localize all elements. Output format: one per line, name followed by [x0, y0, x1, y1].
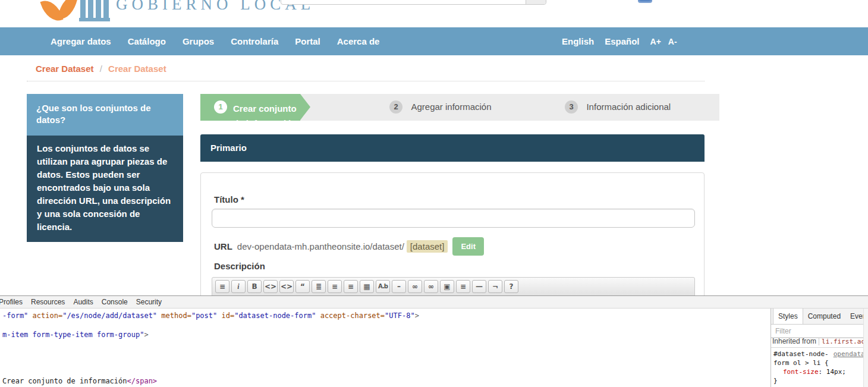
- horizontal-rule-icon[interactable]: —: [472, 280, 486, 293]
- main-navbar: Agregar datos Catálogo Grupos Controlarí…: [0, 27, 868, 55]
- facebook-icon[interactable]: [638, 0, 652, 3]
- css-rule-block: #dataset-node-opendata_m form ol > li { …: [771, 348, 868, 387]
- css-rule-selector: #dataset-node-: [773, 350, 829, 358]
- css-property-value[interactable]: : 14px;: [819, 368, 846, 376]
- font-decrease-button[interactable]: A-: [668, 37, 677, 46]
- step-1-number: 1: [214, 100, 227, 114]
- styles-filter-input[interactable]: Filter: [771, 325, 868, 338]
- search-input[interactable]: [281, 0, 546, 5]
- nav-item-agregar-datos[interactable]: Agregar datos: [51, 36, 111, 46]
- css-rule-close: }: [773, 376, 868, 385]
- ordered-list-icon[interactable]: ≣: [312, 280, 326, 293]
- inherited-selector[interactable]: li.first.ac: [819, 338, 865, 345]
- nav-item-portal[interactable]: Portal: [295, 36, 320, 46]
- blockquote-icon[interactable]: “: [295, 280, 310, 293]
- image-icon[interactable]: ▣: [440, 280, 454, 293]
- step-1-label: Crear conjunto de información: [233, 101, 300, 121]
- step-2-label: Agregar información: [411, 100, 491, 114]
- breadcrumb-separator: /: [100, 64, 102, 74]
- step-2-number: 2: [389, 100, 402, 114]
- descripcion-label: Descripción: [214, 261, 265, 271]
- devtools-tab-security[interactable]: Security: [132, 298, 166, 306]
- nav-item-grupos[interactable]: Grupos: [183, 36, 214, 46]
- wizard-steps: 1 Crear conjunto de información 2 Agrega…: [200, 94, 719, 121]
- titulo-input[interactable]: [212, 209, 695, 228]
- lang-english-link[interactable]: English: [562, 36, 594, 46]
- devtools-panel: Profiles Resources Audits Console Securi…: [0, 295, 868, 387]
- code-block-icon[interactable]: <>: [279, 280, 294, 293]
- inherited-from-row: Inherited fromli.first.ac: [771, 338, 868, 348]
- code-line: m-item form-type-item form-group">: [2, 331, 149, 339]
- step-arrow-icon: [300, 94, 310, 120]
- header-search: [281, 0, 546, 5]
- section-header-primario: Primario: [200, 134, 705, 162]
- nav-items: Agregar datos Catálogo Grupos Controlarí…: [51, 27, 396, 55]
- url-label: URL: [214, 241, 232, 251]
- italic-icon[interactable]: i: [231, 280, 246, 293]
- url-row: URL dev-opendata-mh.pantheonsite.io/data…: [214, 236, 484, 256]
- nav-item-controlaria[interactable]: Controlaría: [231, 36, 278, 46]
- css-rule-selector-2: form ol > li {: [773, 358, 868, 367]
- tab-styles[interactable]: Styles: [773, 309, 803, 324]
- url-edit-button[interactable]: Edit: [452, 237, 484, 256]
- align-center-icon[interactable]: ≡: [344, 280, 358, 293]
- nav-item-acerca-de[interactable]: Acerca de: [337, 36, 380, 46]
- devtools-tab-resources[interactable]: Resources: [27, 298, 69, 306]
- table-icon[interactable]: ▦: [360, 280, 374, 293]
- titulo-label: Título *: [214, 194, 244, 204]
- anchor-link-icon[interactable]: ∞: [424, 280, 438, 293]
- page-break-icon[interactable]: ¬: [488, 280, 502, 293]
- align-right-icon[interactable]: ≡: [456, 280, 470, 293]
- devtools-tab-audits[interactable]: Audits: [69, 298, 97, 306]
- search-button[interactable]: [526, 0, 546, 4]
- align-left-icon[interactable]: ≡: [215, 280, 229, 293]
- breadcrumb-current: Crear Dataset: [108, 64, 166, 74]
- logo-building-icon: [79, 0, 110, 21]
- code-icon[interactable]: <>: [263, 280, 278, 293]
- unordered-list-icon[interactable]: ≡: [328, 280, 342, 293]
- css-property-name[interactable]: font-size: [783, 368, 819, 376]
- devtools-elements-code[interactable]: -form" action="/es/node/add/dataset" met…: [0, 309, 770, 387]
- styles-sidebar-tabs: Styles Computed Event Listeners: [771, 309, 868, 325]
- help-sidebar: ¿Que son los conjuntos de datos? Los con…: [27, 94, 183, 242]
- lang-espanol-link[interactable]: Español: [605, 36, 639, 46]
- url-base-text: dev-opendata-mh.pantheonsite.io/dataset/: [237, 241, 404, 251]
- font-increase-button[interactable]: A+: [650, 37, 661, 46]
- nav-language-controls: English Español A+ A-: [562, 27, 684, 55]
- heading-icon[interactable]: –: [392, 280, 406, 293]
- page: GOBIERNO LOCAL Agregar datos Catálogo Gr…: [0, 0, 868, 387]
- external-link-icon[interactable]: ∞: [408, 280, 422, 293]
- devtools-tab-profiles[interactable]: Profiles: [0, 298, 27, 306]
- breadcrumb-link[interactable]: Crear Dataset: [36, 64, 94, 74]
- help-icon[interactable]: ?: [504, 280, 518, 293]
- site-logo[interactable]: GOBIERNO LOCAL: [33, 0, 247, 26]
- wizard-step-1-active[interactable]: 1 Crear conjunto de información: [200, 94, 300, 121]
- devtools-tabbar: Profiles Resources Audits Console Securi…: [0, 296, 868, 309]
- code-line: Crear conjunto de información</span>: [2, 377, 157, 385]
- abbreviation-icon[interactable]: A.b: [376, 280, 390, 293]
- step-3-number: 3: [565, 100, 578, 114]
- inherited-from-label: Inherited from: [772, 338, 816, 345]
- styles-scrollbar[interactable]: [863, 309, 868, 387]
- breadcrumb: Crear Dataset / Crear Dataset: [27, 64, 705, 81]
- devtools-styles-sidebar: Styles Computed Event Listeners Filter I…: [770, 309, 868, 387]
- devtools-tab-console[interactable]: Console: [98, 298, 132, 306]
- wizard-step-3[interactable]: 3 Información adicional: [565, 100, 671, 114]
- nav-item-catalogo[interactable]: Catálogo: [128, 36, 166, 46]
- step-3-label: Información adicional: [586, 100, 671, 114]
- url-slug-placeholder: [dataset]: [407, 240, 448, 253]
- wizard-step-2[interactable]: 2 Agregar información: [389, 100, 492, 114]
- code-line: -form" action="/es/node/add/dataset" met…: [2, 312, 419, 320]
- tab-computed[interactable]: Computed: [803, 309, 845, 324]
- help-sidebar-text: Los conjuntos de datos se utilizan para …: [27, 136, 183, 242]
- bold-icon[interactable]: B: [247, 280, 262, 293]
- logo-leaf-icon: [58, 0, 78, 21]
- top-header: GOBIERNO LOCAL: [0, 0, 868, 27]
- dataset-form-panel: Título * URL dev-opendata-mh.pantheonsit…: [200, 172, 705, 303]
- help-sidebar-title: ¿Que son los conjuntos de datos?: [27, 94, 183, 136]
